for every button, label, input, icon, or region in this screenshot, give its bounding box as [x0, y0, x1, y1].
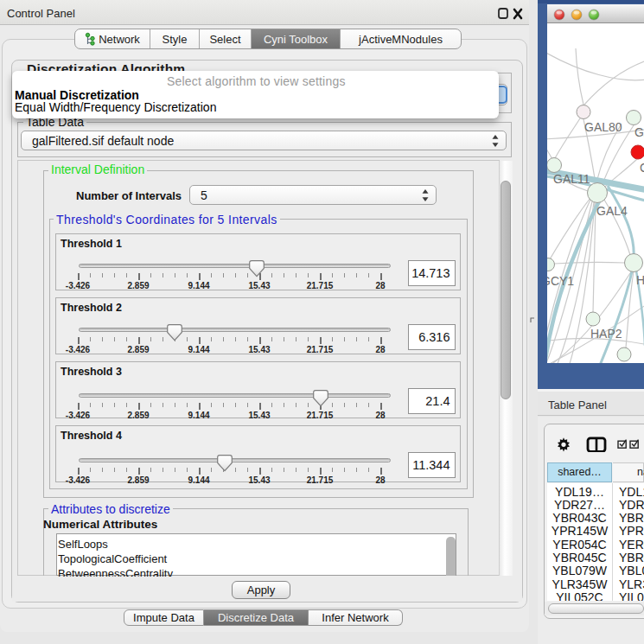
svg-text:GAL80: GAL80 [584, 120, 622, 134]
svg-text:HIS7: HIS7 [636, 273, 644, 287]
svg-text:GCY1: GCY1 [547, 274, 574, 288]
svg-text:GAL3: GAL3 [634, 125, 644, 139]
svg-text:CDC2: CDC2 [640, 161, 644, 175]
svg-text:HAP2: HAP2 [590, 327, 622, 341]
svg-text:GAL11: GAL11 [553, 172, 590, 186]
svg-text:GAL4: GAL4 [596, 204, 628, 218]
